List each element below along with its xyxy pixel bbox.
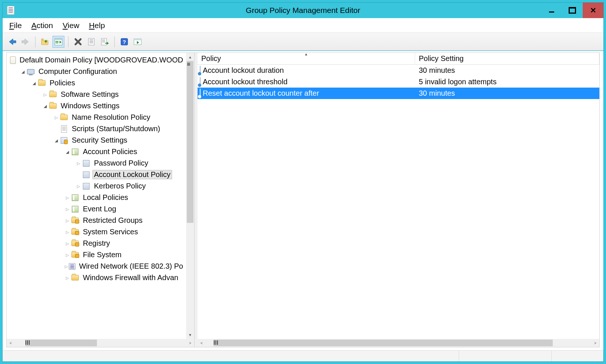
status-bar (3, 350, 603, 361)
tree-policies[interactable]: Policies (7, 77, 186, 89)
svg-rect-11 (102, 41, 105, 41)
list-horizontal-scrollbar[interactable]: < III > (198, 339, 599, 347)
scroll-track[interactable]: III (15, 339, 186, 347)
tree-root[interactable]: Default Domain Policy [WOODGROVEAD.WOOD (7, 54, 186, 66)
list-header: Policy ▲ Policy Setting (198, 53, 599, 65)
menu-bar: File Action View Help (3, 18, 603, 33)
show-hide-tree-button[interactable] (53, 36, 64, 48)
tree-password-policy[interactable]: Password Policy (7, 157, 186, 169)
arrow-right-icon (21, 38, 30, 46)
scroll-left-icon[interactable]: < (7, 339, 15, 347)
svg-rect-10 (102, 40, 105, 40)
toolbar: ? (3, 33, 603, 51)
tree-horizontal-scrollbar[interactable]: < III > (7, 339, 194, 347)
gpo-tree[interactable]: Default Domain Policy [WOODGROVEAD.WOOD … (7, 53, 186, 339)
export-button[interactable] (99, 36, 111, 48)
content-area: Default Domain Policy [WOODGROVEAD.WOOD … (3, 51, 603, 350)
tree-kerberos-policy[interactable]: Kerberos Policy (7, 180, 186, 192)
tree-computer-configuration[interactable]: Computer Configuration (7, 66, 186, 77)
tree-software-settings[interactable]: Software Settings (7, 89, 186, 100)
minimize-button[interactable] (541, 3, 562, 18)
tree-body: Default Domain Policy [WOODGROVEAD.WOOD … (7, 53, 194, 339)
svg-rect-2 (55, 38, 62, 40)
tree-name-resolution-policy[interactable]: Name Resolution Policy (7, 112, 186, 123)
delete-button[interactable] (72, 36, 84, 48)
tree-pane: Default Domain Policy [WOODGROVEAD.WOOD … (7, 53, 195, 347)
menu-file[interactable]: File (9, 21, 22, 30)
policy-book-icon (71, 205, 79, 213)
forward-button[interactable] (20, 36, 31, 48)
scroll-thumb[interactable]: III (213, 340, 553, 346)
scroll-left-icon[interactable]: < (198, 339, 206, 347)
policy-icon (82, 182, 90, 190)
tree-file-system[interactable]: File System (7, 249, 186, 261)
column-header-setting[interactable]: Policy Setting (415, 53, 599, 64)
menu-help[interactable]: Help (89, 21, 105, 30)
svg-rect-16 (134, 39, 141, 40)
list-pane: Policy ▲ Policy Setting Account lockout … (198, 53, 599, 347)
splitter[interactable] (195, 53, 198, 347)
tree-system-services[interactable]: System Services (7, 226, 186, 238)
svg-rect-6 (90, 40, 93, 40)
svg-rect-7 (90, 41, 93, 42)
menu-view[interactable]: View (63, 21, 79, 30)
app-window: Group Policy Management Editor ✕ File Ac… (2, 2, 604, 362)
toolbar-separator (68, 36, 68, 47)
status-cell (459, 351, 552, 361)
menu-action[interactable]: Action (31, 21, 53, 30)
delete-x-icon (74, 38, 82, 46)
tree-security-settings[interactable]: Security Settings (7, 135, 186, 146)
scroll-track[interactable]: III (206, 339, 591, 347)
tree-event-log[interactable]: Event Log (7, 203, 186, 215)
tree-windows-firewall[interactable]: Windows Firewall with Advan (7, 272, 186, 283)
tree-vertical-scrollbar[interactable]: ▲ ≡ ▼ (186, 53, 194, 339)
scroll-icon (10, 56, 16, 64)
tree-wired-network[interactable]: Wired Network (IEEE 802.3) Po (7, 261, 186, 272)
tree-registry[interactable]: Registry (7, 238, 186, 249)
tree-scripts[interactable]: Scripts (Startup/Shutdown) (7, 123, 186, 135)
maximize-button[interactable] (562, 3, 583, 18)
folder-lock-icon (71, 228, 79, 236)
svg-rect-8 (90, 42, 93, 43)
policy-book-icon (71, 194, 79, 202)
tree-account-lockout-policy[interactable]: Account Lockout Policy (7, 169, 186, 180)
folder-lock-icon (71, 217, 79, 225)
scroll-right-icon[interactable]: > (186, 339, 194, 347)
scroll-up-icon[interactable]: ▲ (186, 53, 194, 61)
tree-windows-settings[interactable]: Windows Settings (7, 100, 186, 112)
tree-local-policies[interactable]: Local Policies (7, 192, 186, 203)
svg-rect-12 (102, 42, 105, 42)
arrow-left-icon (8, 38, 17, 46)
folder-lock-icon (71, 251, 79, 259)
list-row[interactable]: Reset account lockout counter after 30 m… (198, 88, 599, 99)
scroll-track[interactable]: ≡ (186, 61, 194, 331)
folder-lock-icon (71, 239, 79, 248)
tree-restricted-groups[interactable]: Restricted Groups (7, 215, 186, 226)
folder-up-icon (41, 38, 50, 46)
scroll-thumb[interactable]: III (25, 340, 97, 346)
folder-icon (38, 79, 46, 87)
svg-text:?: ? (122, 39, 126, 45)
list-row[interactable]: Account lockout duration 30 minutes (198, 65, 599, 76)
folder-icon (60, 113, 68, 122)
script-icon (60, 125, 68, 133)
policy-book-icon (71, 148, 79, 156)
back-button[interactable] (6, 36, 18, 48)
policy-item-icon (200, 78, 201, 86)
help-button[interactable]: ? (118, 36, 130, 48)
scroll-down-icon[interactable]: ▼ (186, 331, 194, 339)
tree-account-policies[interactable]: Account Policies (7, 146, 186, 157)
title-bar[interactable]: Group Policy Management Editor ✕ (3, 3, 603, 18)
scroll-right-icon[interactable]: > (591, 339, 599, 347)
column-header-policy[interactable]: Policy ▲ (198, 53, 415, 64)
list-body[interactable]: Account lockout duration 30 minutes Acco… (198, 65, 599, 339)
scroll-thumb[interactable]: ≡ (187, 61, 193, 223)
up-button[interactable] (39, 36, 51, 48)
filter-button[interactable] (132, 36, 144, 48)
sort-ascending-icon: ▲ (304, 52, 308, 56)
list-row[interactable]: Account lockout threshold 5 invalid logo… (198, 76, 599, 88)
properties-button[interactable] (85, 36, 97, 48)
close-button[interactable]: ✕ (583, 3, 603, 18)
folder-icon (49, 102, 57, 110)
toolbar-separator (35, 36, 36, 47)
